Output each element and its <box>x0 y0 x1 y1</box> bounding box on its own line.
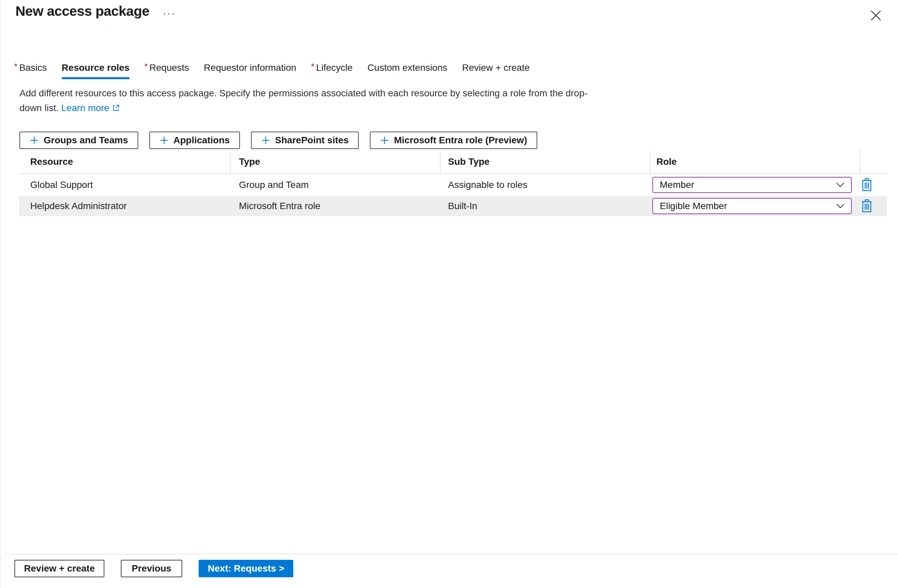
review-create-button[interactable]: Review + create <box>14 560 105 577</box>
learn-more-link[interactable]: Learn more <box>62 103 120 113</box>
page-title: New access package <box>15 3 149 19</box>
tab-basics[interactable]: * Basics <box>14 62 47 79</box>
chevron-down-icon <box>836 203 845 209</box>
add-sharepoint-sites-button[interactable]: SharePoint sites <box>251 132 359 149</box>
required-asterisk: * <box>14 62 17 72</box>
column-header-type: Type <box>231 150 441 173</box>
chevron-down-icon <box>836 182 845 188</box>
cell-type: Group and Team <box>231 180 441 190</box>
plus-icon <box>159 135 169 145</box>
add-applications-button[interactable]: Applications <box>149 132 240 149</box>
more-options-icon[interactable]: ··· <box>163 8 176 19</box>
trash-icon <box>861 199 872 213</box>
delete-row-button[interactable] <box>861 199 872 213</box>
tab-custom-extensions[interactable]: Custom extensions <box>368 62 447 79</box>
column-header-sub-type: Sub Type <box>441 150 650 173</box>
external-link-icon <box>112 104 120 112</box>
footer-divider <box>5 554 898 554</box>
add-groups-and-teams-button[interactable]: Groups and Teams <box>20 132 138 149</box>
plus-icon <box>29 135 39 145</box>
cell-resource: Global Support <box>19 180 231 190</box>
add-entra-role-button[interactable]: Microsoft Entra role (Preview) <box>370 132 537 149</box>
wizard-footer: Review + create Previous Next: Requests … <box>14 560 293 577</box>
panel-header: New access package ··· <box>15 3 176 19</box>
tab-resource-roles[interactable]: Resource roles <box>62 62 129 79</box>
panel-left-edge <box>0 0 1 588</box>
role-dropdown[interactable]: Member <box>652 177 852 193</box>
close-button[interactable] <box>869 8 883 23</box>
role-dropdown[interactable]: Eligible Member <box>652 198 852 214</box>
table-row: Global Support Group and Team Assignable… <box>19 174 887 196</box>
wizard-tabs: * Basics Resource roles * Requests Reque… <box>14 62 530 79</box>
column-header-role: Role <box>650 150 860 173</box>
tab-review-create[interactable]: Review + create <box>462 62 530 79</box>
close-icon <box>870 9 882 22</box>
role-dropdown-value: Eligible Member <box>660 201 727 211</box>
cell-type: Microsoft Entra role <box>231 201 441 211</box>
delete-row-button[interactable] <box>861 178 872 192</box>
column-header-resource: Resource <box>19 150 231 173</box>
required-asterisk: * <box>144 62 148 72</box>
cell-sub-type: Built-In <box>441 201 650 211</box>
table-row: Helpdesk Administrator Microsoft Entra r… <box>19 196 887 216</box>
new-access-package-panel: New access package ··· * Basics Resource… <box>0 0 898 588</box>
cell-resource: Helpdesk Administrator <box>19 201 231 211</box>
tab-lifecycle[interactable]: * Lifecycle <box>311 62 353 79</box>
column-header-actions <box>860 150 887 173</box>
next-requests-button[interactable]: Next: Requests > <box>199 560 293 577</box>
required-asterisk: * <box>311 62 314 72</box>
add-resource-buttons: Groups and Teams Applications SharePoint… <box>20 132 537 149</box>
role-dropdown-value: Member <box>660 180 694 190</box>
resource-roles-table: Resource Type Sub Type Role Global Suppo… <box>19 150 887 216</box>
table-header: Resource Type Sub Type Role <box>19 150 887 174</box>
plus-icon <box>380 135 389 145</box>
previous-button[interactable]: Previous <box>121 560 182 577</box>
tab-requests[interactable]: * Requests <box>144 62 189 79</box>
cell-sub-type: Assignable to roles <box>441 180 650 190</box>
tab-requestor-information[interactable]: Requestor information <box>204 62 296 79</box>
plus-icon <box>261 135 271 145</box>
tab-description: Add different resources to this access p… <box>20 86 605 115</box>
trash-icon <box>861 178 872 192</box>
